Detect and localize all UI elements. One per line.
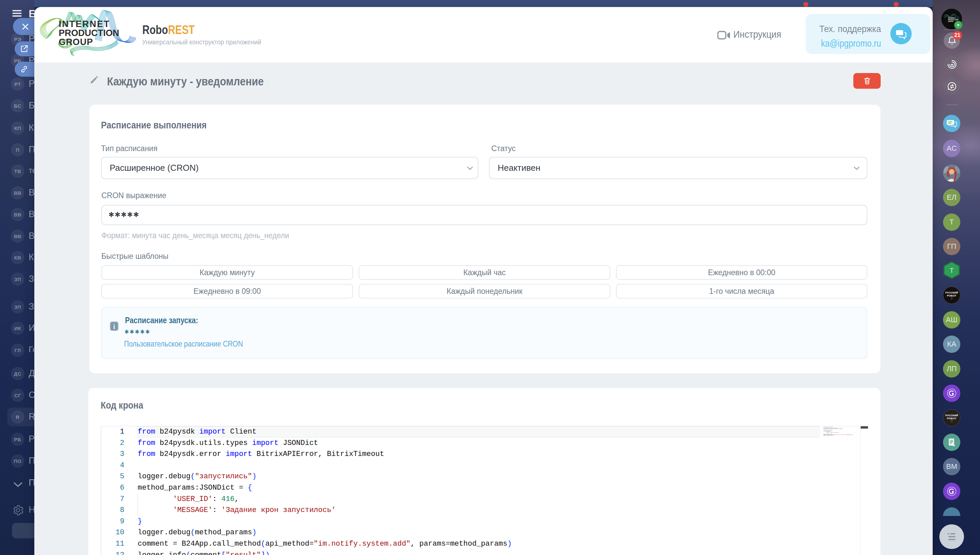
svg-text:i: i <box>114 322 115 330</box>
svg-text:Т: Т <box>950 267 954 274</box>
svg-text:PRODUCTION: PRODUCTION <box>59 28 119 38</box>
svg-text:GROUP: GROUP <box>59 37 93 47</box>
svg-text:GROUP: GROUP <box>948 21 954 22</box>
svg-text:INTERNET: INTERNET <box>59 19 110 29</box>
